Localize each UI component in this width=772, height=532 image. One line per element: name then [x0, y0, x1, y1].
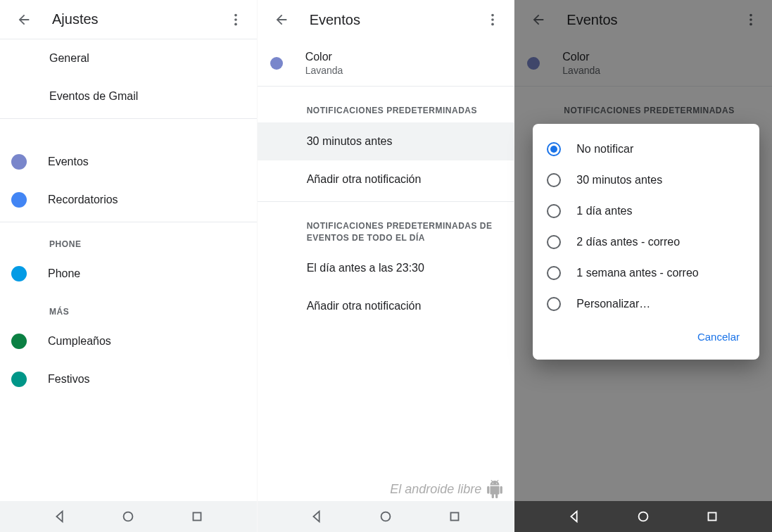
back-button[interactable] [267, 6, 296, 34]
divider [258, 86, 514, 87]
radio-option-30min[interactable]: 30 minutos antes [533, 165, 759, 196]
list-item-label: Eventos de Gmail [49, 90, 138, 103]
eventos-content: Color Lavanda NOTIFICACIONES PREDETERMIN… [258, 39, 514, 501]
section-header-mas: MÁS [0, 293, 257, 322]
radio-option-no-notificar[interactable]: No notificar [533, 134, 759, 165]
list-item-cumple[interactable]: Cumpleaños [0, 322, 257, 360]
radio-option-1dia[interactable]: 1 día antes [533, 196, 759, 227]
nav-recent-button[interactable] [704, 509, 720, 524]
list-item-phone[interactable]: Phone [0, 255, 257, 293]
page-title: Eventos [310, 12, 360, 28]
arrow-back-icon [16, 12, 32, 27]
add-allday-notification-row[interactable]: Añadir otra notificación [258, 287, 514, 325]
arrow-back-icon [274, 12, 289, 27]
watermark-text: El androide libre [390, 482, 481, 497]
android-icon [486, 480, 504, 498]
list-item-label: Festivos [48, 373, 90, 386]
section-header-allday: NOTIFICACIONES PREDETERMINADAS DE EVENTO… [258, 205, 514, 250]
cancel-button[interactable]: Cancelar [690, 325, 747, 348]
svg-point-2 [234, 23, 237, 25]
nav-back-button[interactable] [567, 509, 582, 524]
radio-icon [547, 235, 561, 249]
radio-option-2dias[interactable]: 2 días antes - correo [533, 227, 759, 258]
section-header-phone: PHONE [0, 225, 257, 255]
android-navbar [514, 501, 772, 532]
nav-recent-icon [189, 509, 205, 524]
color-dot-icon [11, 334, 27, 349]
add-notification-label: Añadir otra notificación [307, 300, 422, 312]
list-item-recordatorios[interactable]: Recordatorios [0, 181, 257, 219]
radio-icon [547, 142, 561, 156]
color-dot-icon [11, 266, 27, 281]
svg-point-1 [234, 18, 237, 21]
color-swatch-icon [270, 57, 283, 70]
svg-point-6 [491, 18, 494, 21]
nav-home-icon [378, 509, 393, 524]
nav-home-button[interactable] [635, 509, 651, 524]
list-item-label: Phone [48, 267, 80, 280]
color-dot-icon [11, 154, 27, 170]
back-button[interactable] [10, 6, 38, 34]
screen-eventos-dialog: Eventos Color Lavanda NOTIFICACIONES PRE… [514, 0, 772, 532]
nav-recent-button[interactable] [189, 509, 205, 524]
page-title: Ajustes [52, 11, 99, 27]
svg-point-0 [234, 13, 237, 16]
svg-point-7 [491, 23, 494, 26]
appbar: Eventos [258, 0, 514, 39]
list-item-label: Recordatorios [48, 194, 118, 206]
divider [0, 222, 257, 222]
allday-notification-row[interactable]: El día antes a las 23:30 [258, 249, 514, 287]
svg-rect-14 [709, 513, 716, 521]
list-item-label: General [49, 52, 89, 65]
svg-point-8 [381, 512, 391, 521]
nav-home-button[interactable] [378, 509, 393, 524]
allday-notification-label: El día antes a las 23:30 [307, 262, 424, 274]
notification-row-selected[interactable]: 30 minutos antes [258, 122, 514, 160]
radio-label: 1 día antes [576, 205, 632, 217]
radio-label: No notificar [576, 143, 633, 156]
screen-eventos: Eventos Color Lavanda NOTIFICACIONES PRE… [258, 0, 515, 532]
svg-point-5 [491, 14, 494, 17]
nav-back-button[interactable] [309, 509, 324, 524]
nav-home-button[interactable] [120, 509, 136, 524]
color-dot-icon [11, 192, 27, 208]
radio-option-1semana[interactable]: 1 semana antes - correo [533, 258, 759, 289]
nav-back-icon [309, 509, 324, 524]
radio-label: 2 días antes - correo [576, 236, 680, 248]
nav-recent-icon [447, 509, 462, 524]
color-label: Color [305, 51, 343, 63]
add-notification-label: Añadir otra notificación [307, 173, 422, 186]
color-row[interactable]: Color Lavanda [258, 39, 514, 83]
watermark: El androide libre [390, 480, 504, 498]
radio-icon [547, 173, 561, 187]
appbar: Ajustes [0, 0, 257, 39]
section-header-notif: NOTIFICACIONES PREDETERMINADAS [258, 89, 514, 122]
android-navbar [0, 501, 257, 532]
nav-home-icon [635, 509, 651, 524]
add-notification-row[interactable]: Añadir otra notificación [258, 160, 514, 198]
list-item-label: Cumpleaños [48, 335, 111, 348]
nav-recent-button[interactable] [447, 509, 462, 524]
notification-label: 30 minutos antes [307, 135, 393, 148]
list-item-festivos[interactable]: Festivos [0, 360, 257, 398]
radio-icon [547, 297, 561, 311]
list-item-general[interactable]: General [0, 39, 257, 77]
list-item-gmail-events[interactable]: Eventos de Gmail [0, 77, 257, 115]
nav-recent-icon [704, 509, 720, 524]
nav-back-icon [567, 509, 582, 524]
list-item-eventos[interactable]: Eventos [0, 143, 257, 181]
more-vert-icon [485, 12, 500, 27]
notification-dialog: No notificar 30 minutos antes 1 día ante… [533, 124, 759, 360]
radio-option-personalizar[interactable]: Personalizar… [533, 289, 759, 319]
android-navbar [258, 501, 514, 532]
svg-rect-9 [450, 513, 458, 521]
screen-settings: Ajustes General Eventos de Gmail Eventos… [0, 0, 258, 532]
overflow-menu-button[interactable] [479, 6, 507, 34]
radio-icon [547, 266, 561, 280]
overflow-menu-button[interactable] [222, 6, 250, 34]
svg-point-13 [639, 512, 648, 521]
nav-home-icon [120, 509, 136, 524]
divider [258, 201, 514, 202]
list-item-label: Eventos [48, 156, 89, 168]
nav-back-button[interactable] [52, 509, 68, 524]
